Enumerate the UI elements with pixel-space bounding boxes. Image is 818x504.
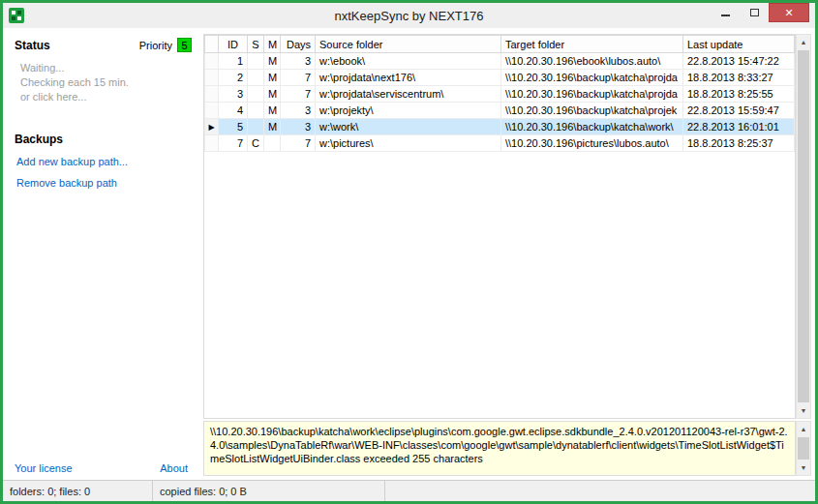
cell-target-folder[interactable]: \\10.20.30.196\backup\katcha\projda [501, 70, 683, 86]
message-scroll-down-icon[interactable]: ▼ [797, 460, 810, 475]
your-license-link[interactable]: Your license [15, 462, 73, 474]
header-source-folder[interactable]: Source folder [316, 36, 501, 53]
log-message-box[interactable]: \\10.20.30.196\backup\katcha\work\eclips… [203, 421, 796, 476]
sidebar: Status Priority 5 Waiting... Checking ea… [3, 28, 201, 480]
table-scrollbar[interactable]: ▲ ▼ [796, 34, 811, 419]
header-last-update[interactable]: Last update [683, 36, 795, 53]
scroll-up-icon[interactable]: ▲ [797, 35, 810, 49]
cell-days[interactable]: 7 [281, 135, 316, 152]
cell-id[interactable]: 2 [219, 70, 248, 86]
cell-s[interactable] [248, 53, 264, 70]
status-heading: Status [15, 39, 50, 52]
cell-source-folder[interactable]: w:\projdata\serviscentrum\ [316, 86, 501, 103]
cell-id[interactable]: 1 [219, 53, 248, 70]
message-scrollbar[interactable]: ▲ ▼ [796, 421, 811, 476]
minimize-button[interactable] [711, 3, 740, 22]
cell-m[interactable]: M [264, 103, 281, 119]
cell-last-update[interactable]: 22.8.2013 16:01:01 [683, 119, 795, 135]
cell-last-update[interactable]: 22.8.2013 15:47:22 [683, 53, 795, 70]
cell-source-folder[interactable]: w:\projdata\next176\ [316, 70, 501, 86]
status-line-interval: Checking each 15 min. [20, 76, 192, 89]
cell-s[interactable] [248, 70, 264, 86]
cell-target-folder[interactable]: \\10.20.30.196\ebook\lubos.auto\ [501, 53, 683, 70]
close-icon: ✕ [784, 7, 793, 19]
cell-target-folder[interactable]: \\10.20.30.196\backup\katcha\projek [501, 103, 683, 119]
cell-target-folder[interactable]: \\10.20.30.196\backup\katcha\work\ [501, 119, 683, 135]
cell-days[interactable]: 7 [281, 86, 316, 103]
cell-m[interactable]: M [264, 53, 281, 70]
message-scroll-up-icon[interactable]: ▲ [797, 422, 810, 436]
statusbar-folders-files: folders: 0; files: 0 [3, 481, 153, 501]
cell-last-update[interactable]: 18.8.2013 8:25:37 [683, 135, 795, 152]
message-scrollbar-track[interactable] [797, 436, 810, 460]
row-selector-cell[interactable] [205, 53, 219, 70]
cell-last-update[interactable]: 22.8.2013 15:59:47 [683, 103, 795, 119]
cell-s[interactable] [248, 103, 264, 119]
backup-table-body: 1M3w:\ebook\\\10.20.30.196\ebook\lubos.a… [205, 53, 795, 152]
header-days[interactable]: Days [281, 36, 316, 53]
cell-m[interactable] [264, 135, 281, 152]
cell-days[interactable]: 3 [281, 103, 316, 119]
backup-table: ID S M Days Source folder Target folder … [204, 35, 795, 152]
cell-id[interactable]: 4 [219, 103, 248, 119]
window-title: nxtKeepSync by NEXT176 [3, 3, 815, 28]
statusbar-copied-files: copied files: 0; 0 B [153, 481, 385, 501]
close-button[interactable]: ✕ [769, 3, 809, 22]
maximize-button[interactable] [740, 3, 769, 22]
scroll-down-icon[interactable]: ▼ [797, 403, 810, 418]
header-target-folder[interactable]: Target folder [501, 36, 683, 53]
table-header-row: ID S M Days Source folder Target folder … [205, 36, 795, 53]
table-row[interactable]: 2M7w:\projdata\next176\\\10.20.30.196\ba… [205, 70, 795, 86]
cell-m[interactable]: M [264, 70, 281, 86]
cell-last-update[interactable]: 18.8.2013 8:25:55 [683, 86, 795, 103]
header-id[interactable]: ID [219, 36, 248, 53]
cell-id[interactable]: 3 [219, 86, 248, 103]
main-panel: ID S M Days Source folder Target folder … [201, 28, 815, 480]
cell-s[interactable] [248, 86, 264, 103]
table-scrollbar-track[interactable] [797, 49, 810, 403]
status-line-click-here[interactable]: or click here... [20, 91, 192, 104]
cell-source-folder[interactable]: w:\projekty\ [316, 103, 501, 119]
cell-target-folder[interactable]: \\10.20.30.196\backup\katcha\projda [501, 86, 683, 103]
table-scrollbar-thumb[interactable] [798, 50, 809, 402]
header-m[interactable]: M [264, 36, 281, 53]
cell-s[interactable] [248, 119, 264, 135]
row-selector-cell[interactable]: ▶ [205, 119, 219, 135]
row-selector-cell[interactable] [205, 86, 219, 103]
cell-last-update[interactable]: 18.8.2013 8:33:27 [683, 70, 795, 86]
cell-source-folder[interactable]: w:\work\ [316, 119, 501, 135]
backups-heading: Backups [15, 133, 192, 146]
header-row-selector [205, 36, 219, 53]
remove-backup-path-link[interactable]: Remove backup path [16, 177, 192, 189]
cell-s[interactable]: C [248, 135, 264, 152]
cell-id[interactable]: 7 [219, 135, 248, 152]
row-selector-cell[interactable] [205, 103, 219, 119]
statusbar-spacer [385, 481, 815, 501]
cell-source-folder[interactable]: w:\ebook\ [316, 53, 501, 70]
row-selector-cell[interactable] [205, 135, 219, 152]
app-window: nxtKeepSync by NEXT176 ✕ Status Priority… [0, 0, 818, 504]
minimize-icon [721, 15, 730, 16]
cell-days[interactable]: 3 [281, 119, 316, 135]
message-scrollbar-thumb[interactable] [798, 437, 809, 460]
table-row[interactable]: ▶5M3w:\work\\\10.20.30.196\backup\katcha… [205, 119, 795, 135]
cell-m[interactable]: M [264, 86, 281, 103]
table-row[interactable]: 7C7w:\pictures\\\10.20.30.196\pictures\l… [205, 135, 795, 152]
sidebar-footer: Your license About [15, 462, 188, 474]
table-row[interactable]: 4M3w:\projekty\\\10.20.30.196\backup\kat… [205, 103, 795, 119]
table-row[interactable]: 1M3w:\ebook\\\10.20.30.196\ebook\lubos.a… [205, 53, 795, 70]
row-selector-cell[interactable] [205, 70, 219, 86]
backup-grid: ID S M Days Source folder Target folder … [203, 34, 796, 419]
statusbar: folders: 0; files: 0 copied files: 0; 0 … [3, 480, 815, 501]
cell-id[interactable]: 5 [219, 119, 248, 135]
add-backup-path-link[interactable]: Add new backup path... [16, 156, 192, 167]
cell-days[interactable]: 3 [281, 53, 316, 70]
priority-badge[interactable]: 5 [177, 38, 192, 52]
header-s[interactable]: S [248, 36, 264, 53]
table-row[interactable]: 3M7w:\projdata\serviscentrum\\\10.20.30.… [205, 86, 795, 103]
cell-m[interactable]: M [264, 119, 281, 135]
about-link[interactable]: About [160, 462, 188, 474]
cell-days[interactable]: 7 [281, 70, 316, 86]
cell-source-folder[interactable]: w:\pictures\ [316, 135, 501, 152]
cell-target-folder[interactable]: \\10.20.30.196\pictures\lubos.auto\ [501, 135, 683, 152]
